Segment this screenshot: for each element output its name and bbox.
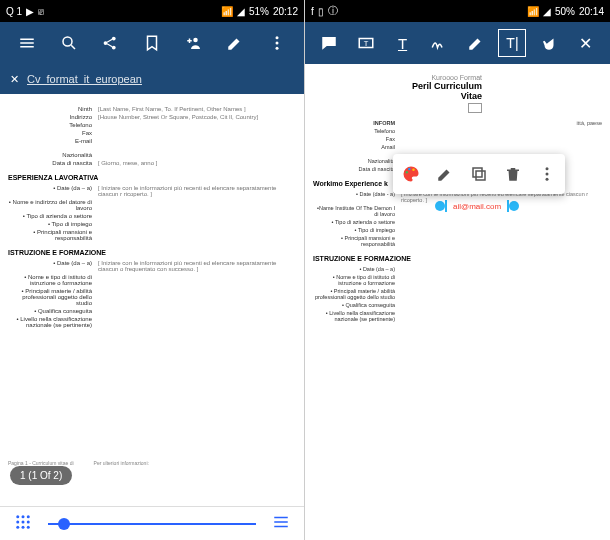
close-tab-icon[interactable]: ✕ <box>10 73 19 86</box>
list-item: • Tipo di impiego <box>313 227 401 233</box>
tab-row: ✕ Cv_format_it_european <box>0 64 304 94</box>
facebook-icon: f <box>311 6 314 17</box>
text-selection[interactable]: ail@mail.com <box>435 200 519 212</box>
section-label: INFORM <box>313 120 401 126</box>
svg-point-27 <box>546 167 549 170</box>
text-edit-popup <box>393 154 565 194</box>
list-item: • Date (da – a) <box>8 260 98 272</box>
svg-point-16 <box>27 525 30 528</box>
delete-icon[interactable] <box>501 162 525 186</box>
svg-point-11 <box>16 520 19 523</box>
flag-icon <box>468 103 482 113</box>
comment-icon[interactable] <box>315 29 343 57</box>
svg-point-29 <box>546 178 549 181</box>
svg-text:T: T <box>364 39 369 48</box>
share-icon[interactable] <box>96 29 124 57</box>
slider-thumb[interactable] <box>58 518 70 530</box>
edit-icon[interactable] <box>221 29 249 57</box>
list-item: • Date (da – a) <box>313 266 401 272</box>
list-item: •Name Institute Of The Demon I di lavoro <box>313 205 401 217</box>
svg-point-15 <box>22 525 25 528</box>
svg-point-6 <box>276 42 279 45</box>
section-title: ESPERIENZA LAVORATIVA <box>8 174 296 181</box>
svg-rect-26 <box>473 168 482 177</box>
svg-point-9 <box>22 515 25 518</box>
svg-point-13 <box>27 520 30 523</box>
app-toolbar <box>0 22 304 64</box>
play-icon: ▶ <box>26 6 34 17</box>
right-screenshot: f ▯ ⓘ 📶 ◢ 50% 20:14 T T T| ✕ Kuroooo For… <box>305 0 610 540</box>
selected-text[interactable]: ail@mail.com <box>453 202 501 211</box>
document-view[interactable]: Ninth[Last Name, First Name, To. If Pert… <box>0 94 304 506</box>
list-item: • Nome e indirizzo del datore di lavoro <box>8 199 98 211</box>
signature-icon[interactable] <box>425 29 453 57</box>
pen-icon[interactable] <box>462 29 490 57</box>
add-person-icon[interactable] <box>180 29 208 57</box>
field-label: Data di nascita <box>8 160 98 166</box>
field-value: [ Iniziare con le informazioni più recen… <box>98 260 296 272</box>
more-icon[interactable] <box>263 29 291 57</box>
svg-point-24 <box>412 169 415 172</box>
field-label: Fax <box>8 130 98 136</box>
list-view-icon[interactable] <box>272 513 290 535</box>
list-item: • Tipo di azienda o settore <box>313 219 401 225</box>
wifi-icon: 📶 <box>221 6 233 17</box>
svg-point-5 <box>276 36 279 39</box>
field-label: Ninth <box>8 106 98 112</box>
doc-title: Vitae <box>313 91 482 101</box>
document-view[interactable]: Kuroooo Format Peril Curriculum Vitae IN… <box>305 64 610 540</box>
selection-handle-right[interactable] <box>509 201 519 211</box>
list-item: • Tipo di impiego <box>8 221 98 227</box>
battery-text: 51% <box>249 6 269 17</box>
textbox-icon[interactable]: T <box>352 29 380 57</box>
svg-point-8 <box>16 515 19 518</box>
list-item: • Nome e tipo di istituto di istruzione … <box>313 274 401 286</box>
field-label: Telefono <box>8 122 98 128</box>
text-underline-icon[interactable]: T <box>389 29 417 57</box>
page-slider[interactable] <box>48 523 256 525</box>
list-item: • Livello nella classificazione nazional… <box>8 316 98 328</box>
svg-rect-17 <box>274 516 288 518</box>
clock-text: 20:14 <box>579 6 604 17</box>
svg-point-23 <box>408 168 411 171</box>
copy-icon[interactable] <box>467 162 491 186</box>
search-icon[interactable] <box>55 29 83 57</box>
field-label: Indirizzo <box>8 114 98 120</box>
field-label: Amail <box>313 144 401 150</box>
svg-rect-25 <box>476 171 485 180</box>
list-item: • Principali materie / abilità professio… <box>313 288 401 300</box>
svg-point-14 <box>16 525 19 528</box>
more-icon[interactable] <box>535 162 559 186</box>
info-icon: ⓘ <box>328 4 338 18</box>
field-value: [Last Name, First Name, To. If Pertinent… <box>98 106 296 112</box>
svg-point-28 <box>546 173 549 176</box>
hand-icon[interactable] <box>535 29 563 57</box>
signal-icon: ◢ <box>237 6 245 17</box>
list-item: • Date (date - a) <box>313 191 401 203</box>
field-value: [House Number, Street Or Square, Postcod… <box>98 114 296 120</box>
menu-icon[interactable] <box>13 29 41 57</box>
edit-icon[interactable] <box>433 162 457 186</box>
svg-point-7 <box>276 47 279 50</box>
bookmark-icon[interactable] <box>138 29 166 57</box>
palette-icon[interactable] <box>399 162 423 186</box>
grid-view-icon[interactable] <box>14 513 32 535</box>
list-item: • Principali mansioni e responsabilità <box>313 235 401 247</box>
list-item: • Qualifica conseguita <box>313 302 401 308</box>
close-icon[interactable]: ✕ <box>572 29 600 57</box>
clock-text: 20:12 <box>273 6 298 17</box>
list-item: • Qualifica conseguita <box>8 308 98 314</box>
svg-point-22 <box>406 171 409 174</box>
left-screenshot: Q 1 ▶ ⎚ 📶 ◢ 51% 20:12 ✕ Cv_format_it_eur… <box>0 0 305 540</box>
carrier-text: Q 1 <box>6 6 22 17</box>
svg-rect-18 <box>274 521 288 523</box>
field-value: ittà, paese <box>401 120 602 126</box>
list-item: • Nome e tipo di istituto di istruzione … <box>8 274 98 286</box>
section-title: ISTRUZIONE E FORMAZIONE <box>313 255 602 262</box>
text-insert-icon[interactable]: T| <box>498 29 526 57</box>
tab-filename[interactable]: Cv_format_it_european <box>27 73 142 85</box>
doc-title: Peril Curriculum <box>313 81 482 91</box>
selection-handle-left[interactable] <box>435 201 445 211</box>
status-bar: Q 1 ▶ ⎚ 📶 ◢ 51% 20:12 <box>0 0 304 22</box>
field-label: Nazionalità <box>313 158 401 164</box>
